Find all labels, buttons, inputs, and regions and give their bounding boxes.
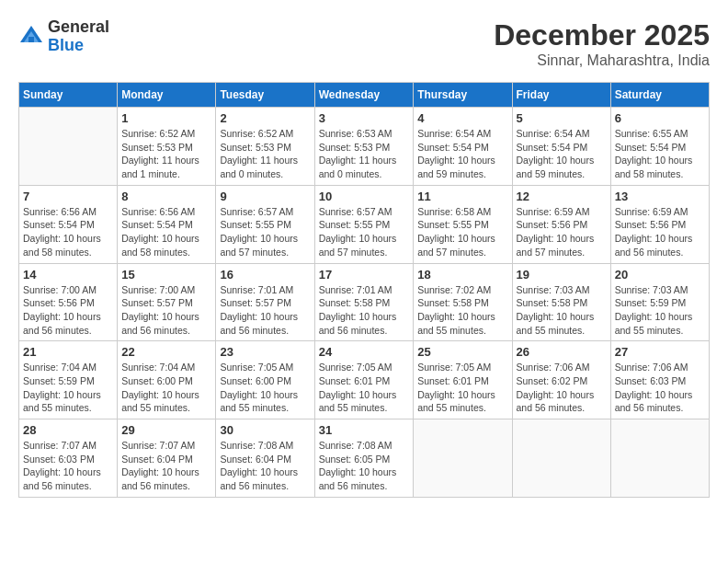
header-monday: Monday — [118, 83, 216, 108]
table-row: 26Sunrise: 7:06 AM Sunset: 6:02 PM Dayli… — [512, 341, 610, 419]
day-info: Sunrise: 7:04 AM Sunset: 6:00 PM Dayligh… — [121, 361, 211, 415]
table-row — [19, 108, 118, 186]
day-info: Sunrise: 6:58 AM Sunset: 5:55 PM Dayligh… — [417, 205, 507, 259]
day-info: Sunrise: 6:55 AM Sunset: 5:54 PM Dayligh… — [615, 127, 705, 181]
day-info: Sunrise: 7:00 AM Sunset: 5:57 PM Dayligh… — [121, 283, 211, 338]
day-info: Sunrise: 7:05 AM Sunset: 6:00 PM Dayligh… — [220, 361, 310, 415]
table-row: 16Sunrise: 7:01 AM Sunset: 5:57 PM Dayli… — [216, 263, 314, 341]
table-row: 31Sunrise: 7:08 AM Sunset: 6:05 PM Dayli… — [314, 419, 414, 498]
day-number: 16 — [220, 268, 310, 282]
day-number: 21 — [23, 345, 113, 359]
day-info: Sunrise: 6:54 AM Sunset: 5:54 PM Dayligh… — [417, 127, 507, 181]
day-number: 28 — [23, 423, 113, 437]
day-number: 27 — [615, 345, 705, 359]
day-number: 5 — [517, 111, 607, 125]
table-row: 20Sunrise: 7:03 AM Sunset: 5:59 PM Dayli… — [610, 263, 709, 341]
table-row: 5Sunrise: 6:54 AM Sunset: 5:54 PM Daylig… — [512, 108, 610, 186]
day-info: Sunrise: 7:04 AM Sunset: 5:59 PM Dayligh… — [23, 361, 113, 415]
day-number: 7 — [23, 190, 113, 203]
day-info: Sunrise: 6:56 AM Sunset: 5:54 PM Dayligh… — [23, 205, 113, 259]
day-info: Sunrise: 7:07 AM Sunset: 6:04 PM Dayligh… — [121, 439, 211, 493]
table-row: 11Sunrise: 6:58 AM Sunset: 5:55 PM Dayli… — [414, 185, 512, 263]
day-number: 30 — [220, 423, 310, 437]
day-number: 18 — [417, 268, 507, 282]
calendar-week-row: 14Sunrise: 7:00 AM Sunset: 5:56 PM Dayli… — [19, 263, 710, 341]
header-thursday: Thursday — [414, 83, 512, 108]
logo: General Blue — [18, 18, 109, 55]
day-number: 10 — [319, 190, 410, 203]
table-row: 13Sunrise: 6:59 AM Sunset: 5:56 PM Dayli… — [610, 185, 709, 263]
header: General Blue December 2025 Sinnar, Mahar… — [18, 18, 710, 69]
day-number: 3 — [319, 111, 410, 125]
day-number: 15 — [121, 268, 211, 282]
day-info: Sunrise: 7:03 AM Sunset: 5:59 PM Dayligh… — [615, 283, 705, 338]
weekday-header-row: Sunday Monday Tuesday Wednesday Thursday… — [19, 83, 710, 108]
svg-rect-3 — [28, 37, 34, 42]
table-row: 10Sunrise: 6:57 AM Sunset: 5:55 PM Dayli… — [314, 185, 414, 263]
day-number: 20 — [615, 268, 705, 282]
header-saturday: Saturday — [610, 83, 709, 108]
title-section: December 2025 Sinnar, Maharashtra, India — [494, 18, 710, 69]
header-friday: Friday — [512, 83, 610, 108]
header-tuesday: Tuesday — [216, 83, 314, 108]
day-info: Sunrise: 7:06 AM Sunset: 6:02 PM Dayligh… — [517, 361, 607, 415]
table-row — [414, 419, 512, 498]
logo-blue-text: Blue — [48, 37, 109, 55]
day-info: Sunrise: 7:01 AM Sunset: 5:58 PM Dayligh… — [319, 283, 410, 338]
day-info: Sunrise: 7:08 AM Sunset: 6:04 PM Dayligh… — [220, 439, 310, 493]
location: Sinnar, Maharashtra, India — [494, 52, 710, 69]
day-info: Sunrise: 6:53 AM Sunset: 5:53 PM Dayligh… — [319, 127, 410, 181]
table-row: 2Sunrise: 6:52 AM Sunset: 5:53 PM Daylig… — [216, 108, 314, 186]
header-sunday: Sunday — [19, 83, 118, 108]
calendar-page: General Blue December 2025 Sinnar, Mahar… — [0, 0, 728, 563]
day-number: 19 — [517, 268, 607, 282]
table-row: 25Sunrise: 7:05 AM Sunset: 6:01 PM Dayli… — [414, 341, 512, 419]
day-info: Sunrise: 6:59 AM Sunset: 5:56 PM Dayligh… — [615, 205, 705, 259]
table-row: 9Sunrise: 6:57 AM Sunset: 5:55 PM Daylig… — [216, 185, 314, 263]
day-info: Sunrise: 6:56 AM Sunset: 5:54 PM Dayligh… — [121, 205, 211, 259]
table-row: 23Sunrise: 7:05 AM Sunset: 6:00 PM Dayli… — [216, 341, 314, 419]
table-row: 24Sunrise: 7:05 AM Sunset: 6:01 PM Dayli… — [314, 341, 414, 419]
day-info: Sunrise: 6:54 AM Sunset: 5:54 PM Dayligh… — [517, 127, 607, 181]
calendar-week-row: 7Sunrise: 6:56 AM Sunset: 5:54 PM Daylig… — [19, 185, 710, 263]
table-row: 1Sunrise: 6:52 AM Sunset: 5:53 PM Daylig… — [118, 108, 216, 186]
calendar-week-row: 21Sunrise: 7:04 AM Sunset: 5:59 PM Dayli… — [19, 341, 710, 419]
day-number: 22 — [121, 345, 211, 359]
day-number: 23 — [220, 345, 310, 359]
table-row: 18Sunrise: 7:02 AM Sunset: 5:58 PM Dayli… — [414, 263, 512, 341]
day-number: 8 — [121, 190, 211, 203]
day-number: 6 — [615, 111, 705, 125]
table-row: 12Sunrise: 6:59 AM Sunset: 5:56 PM Dayli… — [512, 185, 610, 263]
day-info: Sunrise: 6:52 AM Sunset: 5:53 PM Dayligh… — [121, 127, 211, 181]
table-row: 8Sunrise: 6:56 AM Sunset: 5:54 PM Daylig… — [118, 185, 216, 263]
day-number: 25 — [417, 345, 507, 359]
day-number: 17 — [319, 268, 410, 282]
day-number: 13 — [615, 190, 705, 203]
day-info: Sunrise: 7:02 AM Sunset: 5:58 PM Dayligh… — [417, 283, 507, 338]
table-row — [610, 419, 709, 498]
table-row: 29Sunrise: 7:07 AM Sunset: 6:04 PM Dayli… — [118, 419, 216, 498]
header-wednesday: Wednesday — [314, 83, 414, 108]
day-number: 29 — [121, 423, 211, 437]
table-row: 6Sunrise: 6:55 AM Sunset: 5:54 PM Daylig… — [610, 108, 709, 186]
day-info: Sunrise: 7:01 AM Sunset: 5:57 PM Dayligh… — [220, 283, 310, 338]
day-info: Sunrise: 7:08 AM Sunset: 6:05 PM Dayligh… — [319, 439, 410, 493]
logo-icon — [18, 24, 44, 50]
calendar-week-row: 1Sunrise: 6:52 AM Sunset: 5:53 PM Daylig… — [19, 108, 710, 186]
day-number: 11 — [417, 190, 507, 203]
day-info: Sunrise: 6:57 AM Sunset: 5:55 PM Dayligh… — [319, 205, 410, 259]
day-number: 12 — [517, 190, 607, 203]
calendar-table: Sunday Monday Tuesday Wednesday Thursday… — [18, 82, 710, 498]
month-title: December 2025 — [494, 18, 710, 52]
day-info: Sunrise: 7:05 AM Sunset: 6:01 PM Dayligh… — [417, 361, 507, 415]
day-info: Sunrise: 7:06 AM Sunset: 6:03 PM Dayligh… — [615, 361, 705, 415]
day-number: 2 — [220, 111, 310, 125]
day-info: Sunrise: 6:59 AM Sunset: 5:56 PM Dayligh… — [517, 205, 607, 259]
day-info: Sunrise: 7:05 AM Sunset: 6:01 PM Dayligh… — [319, 361, 410, 415]
day-info: Sunrise: 7:00 AM Sunset: 5:56 PM Dayligh… — [23, 283, 113, 338]
table-row — [512, 419, 610, 498]
day-info: Sunrise: 6:52 AM Sunset: 5:53 PM Dayligh… — [220, 127, 310, 181]
table-row: 22Sunrise: 7:04 AM Sunset: 6:00 PM Dayli… — [118, 341, 216, 419]
table-row: 27Sunrise: 7:06 AM Sunset: 6:03 PM Dayli… — [610, 341, 709, 419]
table-row: 17Sunrise: 7:01 AM Sunset: 5:58 PM Dayli… — [314, 263, 414, 341]
